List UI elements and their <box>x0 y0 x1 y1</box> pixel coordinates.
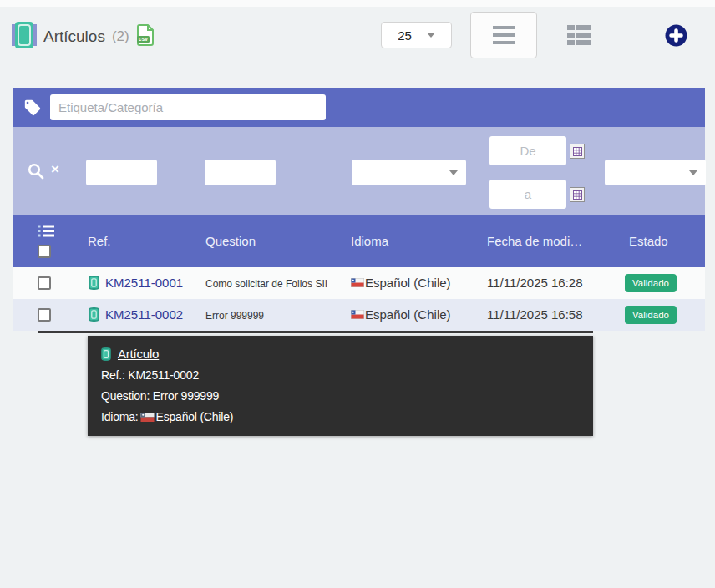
chile-flag-icon <box>351 278 364 287</box>
idioma-cell: Español (Chile) <box>351 307 451 322</box>
question-cell: Como solicitar de Folios SII <box>205 278 327 290</box>
page-size-select[interactable]: 25 <box>381 22 452 48</box>
date-from-calendar-button[interactable] <box>570 144 585 159</box>
title-group: Artículos (2) csv <box>12 22 155 52</box>
fecha-cell: 11/11/2025 16:28 <box>487 276 583 290</box>
clear-search-icon[interactable]: × <box>51 162 59 176</box>
chevron-down-icon <box>449 170 458 175</box>
article-icon <box>101 347 111 361</box>
grid-view-button[interactable] <box>567 25 592 45</box>
csv-export-icon[interactable]: csv <box>136 24 155 49</box>
tooltip-title: Artículo <box>101 347 580 361</box>
row-checkbox[interactable] <box>38 276 51 290</box>
calendar-icon <box>573 147 582 156</box>
chile-flag-icon <box>351 310 364 319</box>
article-tooltip: Artículo Ref.: KM2511-0002 Question: Err… <box>88 336 593 436</box>
table-bottom-border <box>38 331 593 333</box>
article-icon <box>89 276 99 293</box>
tag-filter-bar <box>13 88 705 127</box>
article-icon <box>89 307 99 325</box>
article-ref-link[interactable]: KM2511-0001 <box>105 276 183 290</box>
idioma-cell: Español (Chile) <box>351 276 451 290</box>
page-title: Artículos <box>43 28 105 46</box>
add-article-button[interactable] <box>665 24 687 47</box>
tooltip-idioma: Idioma: Español (Chile) <box>101 410 580 423</box>
table-row: KM2511-0002 Error 999999 Español (Chile)… <box>13 299 705 331</box>
article-ref-link[interactable]: KM2511-0002 <box>105 307 183 322</box>
status-badge: Validado <box>625 306 677 324</box>
hamburger-icon <box>493 26 515 29</box>
table-row: KM2511-0001 Como solicitar de Folios SII… <box>13 267 705 299</box>
column-header-ref[interactable]: Ref. <box>88 234 111 248</box>
column-header-idioma[interactable]: Idioma <box>351 234 388 248</box>
fecha-cell: 11/11/2025 16:58 <box>487 307 583 322</box>
articles-list-screen: Artículos (2) csv 25 <box>0 0 715 588</box>
question-filter-input[interactable] <box>205 160 276 185</box>
article-book-icon <box>12 22 37 52</box>
date-to-calendar-button[interactable] <box>570 187 585 202</box>
calendar-icon <box>573 190 582 200</box>
chile-flag-icon <box>140 413 155 422</box>
ref-filter-input[interactable] <box>86 160 157 185</box>
column-header-question[interactable]: Question <box>205 234 256 248</box>
column-header-fecha[interactable]: Fecha de modi… <box>487 234 582 248</box>
status-badge: Validado <box>625 274 677 292</box>
tooltip-question: Question: Error 999999 <box>101 389 580 403</box>
list-view-button[interactable] <box>470 12 537 58</box>
svg-text:csv: csv <box>139 36 148 42</box>
page-size-value: 25 <box>398 28 412 43</box>
column-header-estado[interactable]: Estado <box>629 234 668 248</box>
massive-actions-icon[interactable] <box>38 225 54 241</box>
idioma-filter-select[interactable] <box>352 160 466 185</box>
chevron-down-icon <box>689 170 697 175</box>
tag-category-input[interactable] <box>50 94 326 120</box>
table-header: Ref. Question Idioma Fecha de modi… Esta… <box>13 215 705 267</box>
select-all-checkbox[interactable] <box>38 245 51 258</box>
estado-filter-select[interactable] <box>605 160 706 185</box>
date-from-input[interactable] <box>489 136 566 165</box>
plus-icon <box>665 24 687 47</box>
tag-icon <box>23 99 42 117</box>
search-filter-bar: × <box>13 127 705 215</box>
row-checkbox[interactable] <box>38 308 51 322</box>
question-cell: Error 999999 <box>205 310 264 322</box>
date-to-input[interactable] <box>489 180 566 209</box>
top-strip <box>0 0 715 7</box>
item-count: (2) <box>112 28 129 45</box>
search-icon[interactable] <box>28 163 44 183</box>
tooltip-ref: Ref.: KM2511-0002 <box>101 368 580 382</box>
chevron-down-icon <box>427 33 435 38</box>
